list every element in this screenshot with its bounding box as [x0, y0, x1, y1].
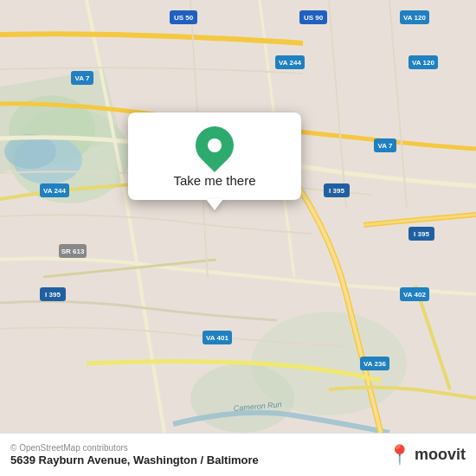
- svg-text:VA 244: VA 244: [43, 187, 66, 195]
- address-text: 5639 Rayburn Avenue, Washington / Baltim…: [10, 453, 259, 466]
- popup-card: Take me there: [128, 113, 301, 200]
- pin-inner-dot: [208, 138, 222, 152]
- svg-text:VA 7: VA 7: [378, 142, 393, 150]
- footer: © OpenStreetMap contributors 5639 Raybur…: [0, 433, 476, 476]
- svg-text:US 50: US 50: [174, 14, 194, 22]
- svg-text:I 395: I 395: [45, 291, 61, 299]
- svg-text:VA 401: VA 401: [206, 334, 228, 342]
- svg-text:VA 402: VA 402: [403, 291, 426, 299]
- svg-text:VA 7: VA 7: [75, 74, 90, 82]
- svg-text:VA 244: VA 244: [279, 59, 301, 67]
- copyright-text: © OpenStreetMap contributors: [10, 443, 259, 453]
- svg-text:VA 120: VA 120: [412, 59, 434, 67]
- svg-text:I 395: I 395: [414, 230, 429, 238]
- svg-text:I 395: I 395: [329, 187, 344, 195]
- svg-point-5: [190, 363, 294, 433]
- svg-text:US 90: US 90: [304, 14, 324, 22]
- moovit-logo: 📍 moovit: [388, 444, 466, 466]
- location-pin-icon: [188, 119, 241, 172]
- svg-text:VA 236: VA 236: [363, 360, 386, 368]
- take-me-there-button[interactable]: Take me there: [173, 173, 255, 188]
- map-container: US 50 US 90 VA 120 VA 7 VA 244 VA 120 VA…: [0, 0, 476, 433]
- svg-text:SR 613: SR 613: [61, 248, 85, 255]
- moovit-logo-text: moovit: [415, 446, 466, 464]
- svg-text:VA 120: VA 120: [403, 14, 426, 22]
- moovit-pin-icon: 📍: [388, 444, 411, 466]
- footer-left: © OpenStreetMap contributors 5639 Raybur…: [10, 443, 259, 466]
